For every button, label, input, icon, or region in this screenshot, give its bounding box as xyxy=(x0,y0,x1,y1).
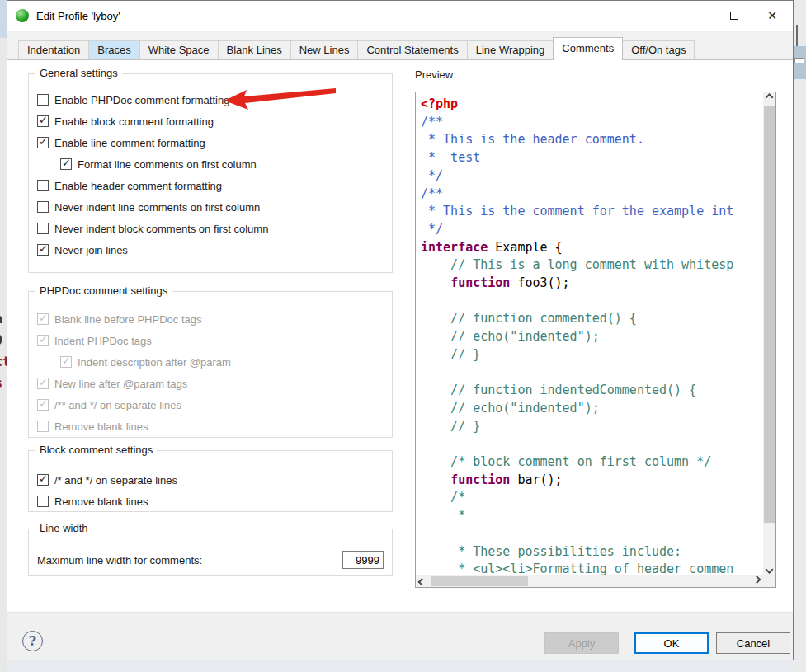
background-text-fragment: ct xyxy=(0,355,7,369)
scroll-left-arrow-icon[interactable] xyxy=(416,575,428,587)
group-legend: Line width xyxy=(35,522,92,534)
background-window-right-sliver xyxy=(794,0,806,672)
checkbox: ✓ xyxy=(37,399,49,411)
background-text-fragment: 9 xyxy=(0,333,7,348)
checkbox: ✓ xyxy=(37,335,49,346)
tab-bar: IndentationBracesWhite SpaceBlank LinesN… xyxy=(7,31,793,60)
checkbox-label: /* and */ on separate lines xyxy=(54,474,177,486)
background-titlebar-sliver xyxy=(0,0,7,38)
checkbox-row-never-join-lines[interactable]: ✓Never join lines xyxy=(37,242,392,257)
group-phpdoc-comment-settings: PHPDoc comment settings✓Blank line befor… xyxy=(28,291,393,438)
code-line: // } xyxy=(421,346,763,364)
close-icon: ✕ xyxy=(767,10,777,21)
ok-button[interactable]: OK xyxy=(634,632,709,654)
line-width-input[interactable] xyxy=(342,551,384,569)
window-controls: ✕ xyxy=(677,1,791,31)
close-button[interactable]: ✕ xyxy=(753,1,791,31)
minimize-button[interactable] xyxy=(677,1,715,31)
checkbox[interactable]: ✓ xyxy=(37,137,49,148)
checkbox[interactable] xyxy=(37,223,49,234)
code-line: * <ul><li>Formatting of header commen xyxy=(421,561,763,575)
checkbox-row-indent-phpdoc-tags: ✓Indent PHPDoc tags xyxy=(37,333,392,348)
checkbox-row-never-indent-line-comments-on-first-column[interactable]: Never indent line comments on first colu… xyxy=(37,200,392,214)
code-line: */ xyxy=(421,167,763,186)
cancel-button[interactable]: Cancel xyxy=(716,632,790,654)
preview-label: Preview: xyxy=(415,68,456,81)
checkbox: ✓ xyxy=(37,378,49,389)
code-line: /** xyxy=(421,114,763,132)
checkbox-row-format-line-comments-on-first-column[interactable]: ✓Format line comments on first column xyxy=(60,157,392,172)
screen: a9cts Edit Profile 'lyboy' ✕ Indentation… xyxy=(0,0,806,672)
code-line: /* xyxy=(421,489,763,507)
checkbox-label: Remove blank lines xyxy=(54,421,148,433)
checkbox-row-new-line-after-param-tags: ✓New line after @param tags xyxy=(37,376,392,391)
checkbox-label: Indent description after @param xyxy=(78,356,231,369)
checkbox-row-enable-header-comment-formatting[interactable]: Enable header comment formatting xyxy=(37,178,392,193)
group-legend: General settings xyxy=(35,67,122,79)
checkbox-row-enable-phpdoc-comment-formatting[interactable]: Enable PHPDoc comment formatting xyxy=(37,92,392,107)
tab-line-wrapping[interactable]: Line Wrapping xyxy=(467,40,554,59)
tab-control-statements[interactable]: Control Statements xyxy=(357,40,467,59)
tab-indentation[interactable]: Indentation xyxy=(18,40,89,59)
checkbox-row-remove-blank-lines[interactable]: Remove blank lines xyxy=(37,494,392,509)
background-widget-sliver xyxy=(794,58,804,63)
code-line: // This is a long comment with whitesp xyxy=(421,256,763,275)
checkbox-label: Indent PHPDoc tags xyxy=(54,335,152,347)
scroll-right-arrow-icon[interactable] xyxy=(751,575,763,587)
checkbox[interactable] xyxy=(37,94,49,106)
maximize-icon xyxy=(730,12,738,20)
checkbox xyxy=(37,421,49,432)
horizontal-scroll-thumb[interactable] xyxy=(431,576,528,586)
vertical-scroll-thumb[interactable] xyxy=(764,106,775,523)
checkbox-label: Never indent block comments on first col… xyxy=(54,223,268,235)
window-title: Edit Profile 'lyboy' xyxy=(36,10,120,22)
checkbox-row-enable-line-comment-formatting[interactable]: ✓Enable line comment formatting xyxy=(37,135,392,150)
code-line: * This is the comment for the example in… xyxy=(421,203,763,221)
tab-blank-lines[interactable]: Blank Lines xyxy=(218,40,291,59)
checkbox-label: New line after @param tags xyxy=(54,378,187,390)
tab-off-on-tags[interactable]: Off/On tags xyxy=(622,40,695,59)
code-line: * These possibilities include: xyxy=(421,543,763,562)
horizontal-scrollbar[interactable] xyxy=(416,575,763,587)
code-line xyxy=(421,364,763,383)
checkbox[interactable]: ✓ xyxy=(37,474,49,486)
tab-braces[interactable]: Braces xyxy=(88,40,139,59)
checkbox-row-never-indent-block-comments-on-first-column[interactable]: Never indent block comments on first col… xyxy=(37,221,392,236)
checkbox-row-enable-block-comment-formatting[interactable]: ✓Enable block comment formatting xyxy=(37,114,392,129)
tab-comments[interactable]: Comments xyxy=(553,37,623,60)
checkbox[interactable] xyxy=(37,201,49,213)
code-line: * test xyxy=(421,149,763,167)
scrollbar-corner xyxy=(763,575,775,587)
checkbox[interactable] xyxy=(37,496,49,507)
code-line: // echo("indented"); xyxy=(421,400,763,418)
title-bar: Edit Profile 'lyboy' ✕ xyxy=(7,1,793,31)
tab-new-lines[interactable]: New Lines xyxy=(290,40,359,59)
vertical-scrollbar[interactable] xyxy=(763,92,775,575)
help-button[interactable]: ? xyxy=(22,631,43,651)
checkbox-label: Never join lines xyxy=(54,244,128,256)
checkbox-label: Enable header comment formatting xyxy=(54,180,222,192)
checkbox[interactable] xyxy=(37,180,49,191)
code-line: function foo3(); xyxy=(421,275,763,293)
code-line xyxy=(421,435,763,453)
button-bar: ? Apply OK Cancel xyxy=(7,612,793,660)
checkbox[interactable]: ✓ xyxy=(37,115,49,127)
code-line: // echo("indented"); xyxy=(421,328,763,346)
code-line: <?php xyxy=(421,96,763,114)
scroll-up-arrow-icon[interactable] xyxy=(763,92,775,105)
code-line xyxy=(421,293,763,311)
checkbox-row-and-on-separate-lines[interactable]: ✓/* and */ on separate lines xyxy=(37,472,392,487)
code-line: function bar(); xyxy=(421,472,763,490)
background-text-fragment: a xyxy=(0,312,7,327)
group-line-width: Line widthMaximum line width for comment… xyxy=(28,529,393,576)
checkbox: ✓ xyxy=(37,313,49,325)
code-line: // function indentedCommented() { xyxy=(421,382,763,400)
scroll-down-arrow-icon[interactable] xyxy=(763,562,775,575)
tab-white-space[interactable]: White Space xyxy=(139,40,219,59)
code-line: /** xyxy=(421,186,763,204)
checkbox[interactable]: ✓ xyxy=(37,244,49,256)
maximize-button[interactable] xyxy=(715,1,753,31)
minimize-icon xyxy=(692,16,701,16)
checkbox-label: /** and */ on separate lines xyxy=(54,399,181,411)
checkbox[interactable]: ✓ xyxy=(60,158,72,170)
